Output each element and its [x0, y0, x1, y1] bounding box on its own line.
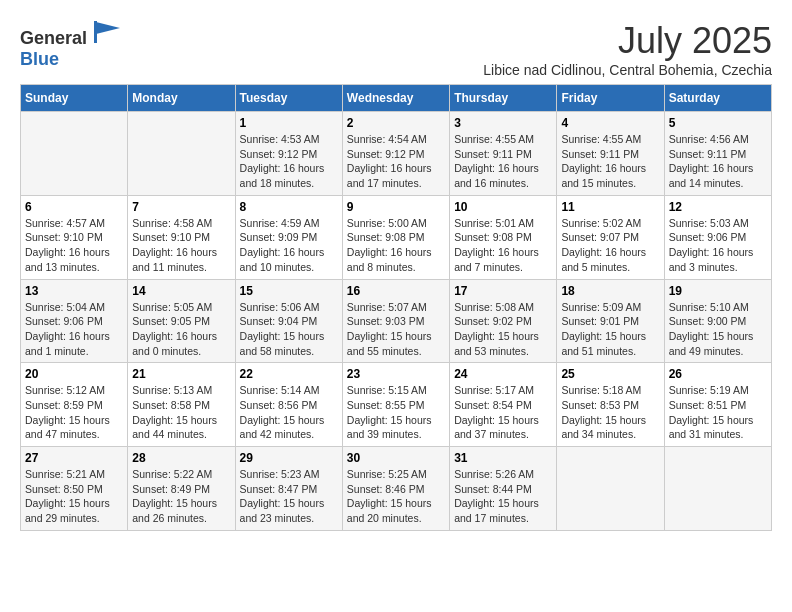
calendar-cell: 21Sunrise: 5:13 AM Sunset: 8:58 PM Dayli…	[128, 363, 235, 447]
day-info: Sunrise: 5:12 AM Sunset: 8:59 PM Dayligh…	[25, 383, 123, 442]
day-number: 29	[240, 451, 338, 465]
col-header-saturday: Saturday	[664, 85, 771, 112]
calendar-cell: 1Sunrise: 4:53 AM Sunset: 9:12 PM Daylig…	[235, 112, 342, 196]
day-info: Sunrise: 5:02 AM Sunset: 9:07 PM Dayligh…	[561, 216, 659, 275]
day-number: 13	[25, 284, 123, 298]
day-info: Sunrise: 5:07 AM Sunset: 9:03 PM Dayligh…	[347, 300, 445, 359]
week-row-4: 20Sunrise: 5:12 AM Sunset: 8:59 PM Dayli…	[21, 363, 772, 447]
day-info: Sunrise: 5:18 AM Sunset: 8:53 PM Dayligh…	[561, 383, 659, 442]
day-number: 9	[347, 200, 445, 214]
day-info: Sunrise: 5:04 AM Sunset: 9:06 PM Dayligh…	[25, 300, 123, 359]
calendar-table: SundayMondayTuesdayWednesdayThursdayFrid…	[20, 84, 772, 531]
calendar-cell: 30Sunrise: 5:25 AM Sunset: 8:46 PM Dayli…	[342, 447, 449, 531]
calendar-cell: 13Sunrise: 5:04 AM Sunset: 9:06 PM Dayli…	[21, 279, 128, 363]
calendar-cell: 20Sunrise: 5:12 AM Sunset: 8:59 PM Dayli…	[21, 363, 128, 447]
day-info: Sunrise: 5:22 AM Sunset: 8:49 PM Dayligh…	[132, 467, 230, 526]
day-info: Sunrise: 4:58 AM Sunset: 9:10 PM Dayligh…	[132, 216, 230, 275]
day-info: Sunrise: 4:57 AM Sunset: 9:10 PM Dayligh…	[25, 216, 123, 275]
calendar-cell	[557, 447, 664, 531]
day-info: Sunrise: 5:21 AM Sunset: 8:50 PM Dayligh…	[25, 467, 123, 526]
logo: General Blue	[20, 20, 122, 70]
week-row-1: 1Sunrise: 4:53 AM Sunset: 9:12 PM Daylig…	[21, 112, 772, 196]
calendar-cell: 24Sunrise: 5:17 AM Sunset: 8:54 PM Dayli…	[450, 363, 557, 447]
week-row-5: 27Sunrise: 5:21 AM Sunset: 8:50 PM Dayli…	[21, 447, 772, 531]
week-row-2: 6Sunrise: 4:57 AM Sunset: 9:10 PM Daylig…	[21, 195, 772, 279]
day-number: 20	[25, 367, 123, 381]
calendar-cell: 6Sunrise: 4:57 AM Sunset: 9:10 PM Daylig…	[21, 195, 128, 279]
day-number: 22	[240, 367, 338, 381]
calendar-cell: 25Sunrise: 5:18 AM Sunset: 8:53 PM Dayli…	[557, 363, 664, 447]
week-row-3: 13Sunrise: 5:04 AM Sunset: 9:06 PM Dayli…	[21, 279, 772, 363]
logo-blue: Blue	[20, 49, 59, 69]
calendar-cell: 4Sunrise: 4:55 AM Sunset: 9:11 PM Daylig…	[557, 112, 664, 196]
calendar-cell	[664, 447, 771, 531]
day-number: 25	[561, 367, 659, 381]
calendar-cell: 9Sunrise: 5:00 AM Sunset: 9:08 PM Daylig…	[342, 195, 449, 279]
day-number: 6	[25, 200, 123, 214]
day-info: Sunrise: 5:01 AM Sunset: 9:08 PM Dayligh…	[454, 216, 552, 275]
day-info: Sunrise: 5:26 AM Sunset: 8:44 PM Dayligh…	[454, 467, 552, 526]
day-number: 3	[454, 116, 552, 130]
day-info: Sunrise: 5:03 AM Sunset: 9:06 PM Dayligh…	[669, 216, 767, 275]
day-number: 8	[240, 200, 338, 214]
svg-marker-0	[96, 22, 120, 34]
day-info: Sunrise: 4:54 AM Sunset: 9:12 PM Dayligh…	[347, 132, 445, 191]
day-info: Sunrise: 4:55 AM Sunset: 9:11 PM Dayligh…	[454, 132, 552, 191]
day-number: 1	[240, 116, 338, 130]
day-number: 18	[561, 284, 659, 298]
calendar-cell: 14Sunrise: 5:05 AM Sunset: 9:05 PM Dayli…	[128, 279, 235, 363]
day-info: Sunrise: 5:13 AM Sunset: 8:58 PM Dayligh…	[132, 383, 230, 442]
header-row: SundayMondayTuesdayWednesdayThursdayFrid…	[21, 85, 772, 112]
day-number: 28	[132, 451, 230, 465]
calendar-cell: 11Sunrise: 5:02 AM Sunset: 9:07 PM Dayli…	[557, 195, 664, 279]
day-number: 19	[669, 284, 767, 298]
day-number: 11	[561, 200, 659, 214]
day-info: Sunrise: 5:05 AM Sunset: 9:05 PM Dayligh…	[132, 300, 230, 359]
day-info: Sunrise: 4:55 AM Sunset: 9:11 PM Dayligh…	[561, 132, 659, 191]
day-info: Sunrise: 5:08 AM Sunset: 9:02 PM Dayligh…	[454, 300, 552, 359]
day-info: Sunrise: 5:10 AM Sunset: 9:00 PM Dayligh…	[669, 300, 767, 359]
calendar-cell: 31Sunrise: 5:26 AM Sunset: 8:44 PM Dayli…	[450, 447, 557, 531]
logo-flag-icon	[94, 20, 122, 44]
calendar-cell	[128, 112, 235, 196]
day-info: Sunrise: 5:25 AM Sunset: 8:46 PM Dayligh…	[347, 467, 445, 526]
calendar-cell: 15Sunrise: 5:06 AM Sunset: 9:04 PM Dayli…	[235, 279, 342, 363]
calendar-cell: 5Sunrise: 4:56 AM Sunset: 9:11 PM Daylig…	[664, 112, 771, 196]
day-number: 30	[347, 451, 445, 465]
day-info: Sunrise: 4:56 AM Sunset: 9:11 PM Dayligh…	[669, 132, 767, 191]
day-number: 10	[454, 200, 552, 214]
day-number: 26	[669, 367, 767, 381]
calendar-cell: 18Sunrise: 5:09 AM Sunset: 9:01 PM Dayli…	[557, 279, 664, 363]
header: General Blue July 2025 Libice nad Cidlin…	[20, 20, 772, 78]
day-number: 5	[669, 116, 767, 130]
col-header-wednesday: Wednesday	[342, 85, 449, 112]
svg-rect-1	[94, 21, 97, 43]
calendar-cell: 17Sunrise: 5:08 AM Sunset: 9:02 PM Dayli…	[450, 279, 557, 363]
day-number: 23	[347, 367, 445, 381]
col-header-monday: Monday	[128, 85, 235, 112]
day-info: Sunrise: 5:09 AM Sunset: 9:01 PM Dayligh…	[561, 300, 659, 359]
calendar-cell: 2Sunrise: 4:54 AM Sunset: 9:12 PM Daylig…	[342, 112, 449, 196]
day-number: 15	[240, 284, 338, 298]
calendar-cell: 29Sunrise: 5:23 AM Sunset: 8:47 PM Dayli…	[235, 447, 342, 531]
day-info: Sunrise: 4:53 AM Sunset: 9:12 PM Dayligh…	[240, 132, 338, 191]
calendar-cell: 8Sunrise: 4:59 AM Sunset: 9:09 PM Daylig…	[235, 195, 342, 279]
day-info: Sunrise: 4:59 AM Sunset: 9:09 PM Dayligh…	[240, 216, 338, 275]
day-info: Sunrise: 5:19 AM Sunset: 8:51 PM Dayligh…	[669, 383, 767, 442]
day-number: 7	[132, 200, 230, 214]
day-info: Sunrise: 5:14 AM Sunset: 8:56 PM Dayligh…	[240, 383, 338, 442]
day-number: 24	[454, 367, 552, 381]
calendar-cell: 19Sunrise: 5:10 AM Sunset: 9:00 PM Dayli…	[664, 279, 771, 363]
col-header-tuesday: Tuesday	[235, 85, 342, 112]
logo-wordmark: General Blue	[20, 20, 122, 70]
col-header-sunday: Sunday	[21, 85, 128, 112]
day-info: Sunrise: 5:17 AM Sunset: 8:54 PM Dayligh…	[454, 383, 552, 442]
col-header-thursday: Thursday	[450, 85, 557, 112]
logo-general: General	[20, 28, 87, 48]
calendar-cell: 10Sunrise: 5:01 AM Sunset: 9:08 PM Dayli…	[450, 195, 557, 279]
day-number: 17	[454, 284, 552, 298]
day-number: 27	[25, 451, 123, 465]
calendar-cell: 26Sunrise: 5:19 AM Sunset: 8:51 PM Dayli…	[664, 363, 771, 447]
day-number: 14	[132, 284, 230, 298]
location-title: Libice nad Cidlinou, Central Bohemia, Cz…	[483, 62, 772, 78]
